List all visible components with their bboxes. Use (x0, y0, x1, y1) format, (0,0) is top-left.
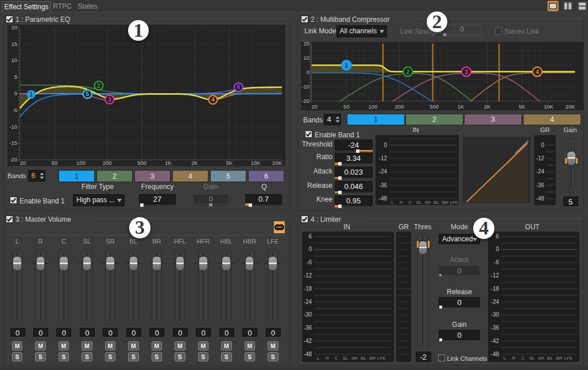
svg-text:-18: -18 (304, 286, 312, 292)
svg-text:L: L (504, 356, 506, 361)
svg-text:SR: SR (351, 356, 358, 361)
svg-text:-48: -48 (379, 195, 388, 202)
svg-text:BR: BR (369, 356, 376, 361)
svg-text:0: 0 (308, 246, 312, 252)
svg-text:-24: -24 (379, 168, 388, 175)
svg-text:2: 2 (406, 68, 409, 75)
svg-text:-12: -12 (536, 155, 544, 161)
svg-text:2K: 2K (191, 160, 198, 166)
svg-text:5: 5 (86, 91, 90, 97)
svg-text:BR: BR (556, 356, 562, 361)
svg-text:-48: -48 (304, 351, 312, 357)
svg-text:500: 500 (137, 160, 146, 166)
svg-text:20K: 20K (566, 103, 576, 110)
svg-text:1K: 1K (165, 160, 172, 166)
svg-text:-42: -42 (304, 338, 312, 344)
svg-text:3: 3 (108, 97, 111, 103)
svg-text:SR: SR (538, 356, 544, 361)
svg-text:100: 100 (76, 160, 86, 166)
svg-text:10K: 10K (544, 103, 554, 110)
svg-text:L: L (317, 356, 320, 361)
svg-text:20: 20 (20, 160, 26, 166)
svg-text:C: C (408, 200, 412, 205)
svg-text:R: R (400, 200, 403, 205)
svg-text:200: 200 (395, 103, 404, 110)
svg-text:6: 6 (237, 84, 241, 90)
svg-text:-24: -24 (304, 299, 312, 305)
svg-text:2: 2 (97, 83, 100, 89)
svg-text:L: L (391, 200, 394, 205)
svg-text:LFE: LFE (564, 356, 572, 361)
svg-text:500: 500 (430, 103, 439, 110)
svg-text:-36: -36 (304, 325, 312, 331)
svg-text:-24: -24 (536, 168, 544, 175)
svg-text:100: 100 (368, 103, 377, 110)
svg-text:-12: -12 (304, 272, 312, 279)
svg-text:-48: -48 (491, 351, 500, 357)
svg-text:10: 10 (303, 55, 310, 61)
svg-text:SL: SL (529, 356, 535, 361)
svg-text:-12: -12 (379, 155, 388, 161)
svg-text:-10: -10 (301, 83, 310, 90)
svg-text:-48: -48 (536, 195, 544, 202)
svg-text:BL: BL (434, 200, 439, 205)
svg-text:-24: -24 (491, 299, 500, 305)
svg-text:R: R (326, 356, 329, 361)
svg-text:-12: -12 (491, 272, 500, 279)
svg-text:0: 0 (384, 142, 387, 148)
svg-text:0: 0 (307, 69, 310, 75)
svg-text:20: 20 (11, 25, 17, 30)
svg-text:1: 1 (345, 62, 348, 69)
svg-text:0: 0 (496, 246, 499, 252)
svg-text:0: 0 (541, 142, 544, 148)
svg-text:50: 50 (52, 160, 58, 166)
svg-text:-30: -30 (304, 311, 312, 318)
svg-text:200: 200 (103, 160, 112, 166)
svg-text:1: 1 (29, 91, 33, 98)
svg-text:4: 4 (536, 68, 539, 75)
svg-text:-6: -6 (307, 259, 312, 265)
svg-text:50: 50 (343, 103, 350, 110)
svg-text:5K: 5K (226, 160, 233, 166)
svg-text:-18: -18 (491, 286, 500, 292)
svg-text:20: 20 (312, 103, 318, 110)
svg-text:SL: SL (416, 200, 422, 205)
svg-text:0: 0 (14, 90, 17, 97)
svg-text:10: 10 (11, 57, 17, 63)
svg-text:6: 6 (308, 233, 312, 240)
svg-text:20: 20 (303, 42, 310, 47)
svg-text:6: 6 (496, 233, 499, 240)
svg-text:2K: 2K (484, 103, 491, 110)
svg-text:1K: 1K (458, 103, 465, 110)
svg-text:BL: BL (547, 356, 553, 361)
svg-text:5K: 5K (519, 103, 526, 110)
svg-text:15: 15 (11, 41, 17, 47)
svg-text:-42: -42 (491, 338, 500, 344)
svg-text:-5: -5 (13, 107, 17, 113)
svg-text:5: 5 (14, 74, 17, 80)
svg-text:SL: SL (343, 356, 349, 361)
svg-text:-30: -30 (491, 311, 500, 318)
svg-text:3: 3 (465, 68, 468, 75)
svg-text:-36: -36 (536, 182, 544, 188)
svg-text:-6: -6 (494, 259, 499, 265)
svg-text:BL: BL (361, 356, 366, 361)
svg-text:C: C (521, 356, 525, 361)
svg-text:BR: BR (442, 200, 448, 205)
svg-text:C: C (335, 356, 338, 361)
svg-text:-15: -15 (9, 140, 17, 146)
svg-text:SR: SR (424, 200, 431, 205)
svg-text:LFE: LFE (377, 356, 386, 361)
svg-text:-36: -36 (491, 325, 500, 331)
svg-text:4: 4 (211, 97, 215, 103)
svg-text:-36: -36 (379, 182, 388, 188)
svg-text:R: R (512, 356, 516, 361)
svg-text:LFE: LFE (450, 200, 458, 205)
svg-text:-20: -20 (9, 156, 17, 163)
svg-text:10K: 10K (251, 160, 261, 166)
svg-text:-20: -20 (301, 98, 310, 104)
svg-text:-10: -10 (9, 124, 17, 130)
